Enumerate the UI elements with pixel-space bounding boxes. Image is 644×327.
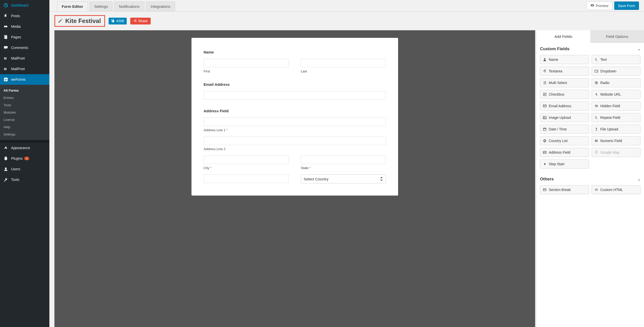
save-form-button[interactable]: Save Form: [614, 2, 639, 10]
others-title: Others: [540, 177, 554, 182]
field-name[interactable]: Name First Last: [204, 50, 386, 73]
zip-input[interactable]: [204, 174, 289, 183]
submenu-all-forms[interactable]: All Forms: [0, 87, 49, 94]
form-title-edit[interactable]: Kite Festival: [54, 15, 105, 27]
preview-button[interactable]: Preview: [587, 2, 612, 10]
first-sublabel: First: [204, 69, 289, 73]
svg-point-14: [544, 58, 545, 60]
others-fields-grid: Section Break Custom HTML: [536, 184, 644, 194]
dashboard-icon: [3, 3, 9, 8]
field-btn-country[interactable]: Country List: [540, 136, 589, 145]
field-btn-radio[interactable]: Radio: [592, 78, 641, 87]
field-btn-text[interactable]: TText: [592, 55, 641, 64]
field-btn-hidden[interactable]: Hidden Field: [592, 101, 641, 111]
dropdown-icon: [594, 69, 598, 73]
sidebar-label: weForms: [11, 77, 26, 81]
field-btn-address[interactable]: Address Field: [540, 148, 589, 157]
pin-icon: [3, 13, 9, 19]
submenu-tools[interactable]: Tools: [0, 101, 49, 109]
field-email[interactable]: Email Address: [204, 82, 386, 100]
share-label: Share: [138, 19, 148, 23]
form-title: Kite Festival: [65, 17, 101, 24]
sidebar-label: Media: [11, 24, 21, 29]
last-sublabel: Last: [301, 69, 386, 73]
field-btn-image[interactable]: Image Upload: [540, 113, 589, 122]
field-btn-dropdown[interactable]: Dropdown: [592, 67, 641, 76]
form-id: #206: [116, 19, 124, 23]
share-button[interactable]: Share: [130, 18, 151, 24]
field-btn-sectionbreak[interactable]: Section Break: [540, 185, 589, 194]
mailpoet-icon: M: [3, 66, 9, 72]
sidebar-item-dashboard[interactable]: Dashboard: [0, 0, 49, 11]
field-btn-googlemap[interactable]: Google Map: [592, 148, 641, 157]
sidebar-item-posts[interactable]: Posts: [0, 11, 49, 21]
step-icon: [543, 162, 547, 166]
svg-rect-20: [543, 105, 546, 107]
sidebar-item-mailpoet2[interactable]: M MailPoet: [0, 64, 49, 74]
map-pin-icon: [594, 150, 598, 154]
sidebar-item-weforms[interactable]: weForms: [0, 74, 49, 85]
field-btn-multiselect[interactable]: Multi Select: [540, 78, 589, 87]
form-titlebar: Kite Festival #206 Share: [49, 12, 644, 30]
submenu-modules[interactable]: Modules: [0, 109, 49, 116]
sidebar-item-media[interactable]: Media: [0, 21, 49, 32]
tab-settings[interactable]: Settings: [89, 2, 113, 11]
svg-text:T: T: [595, 58, 597, 61]
field-btn-email[interactable]: Email Address: [540, 101, 589, 111]
panel-tab-field-options[interactable]: Field Options: [590, 30, 644, 43]
sidebar-item-pages[interactable]: Pages: [0, 32, 49, 42]
field-btn-textarea[interactable]: Textarea: [540, 67, 589, 76]
field-btn-stepstart[interactable]: Step Start: [540, 159, 589, 169]
field-btn-fileupload[interactable]: File Upload: [592, 125, 641, 134]
svg-text:M: M: [4, 67, 7, 71]
sidebar-item-users[interactable]: Users: [0, 164, 49, 174]
submenu-license[interactable]: License: [0, 116, 49, 123]
first-name-input[interactable]: [204, 59, 289, 67]
sidebar-item-comments[interactable]: Comments: [0, 42, 49, 53]
sidebar-item-plugins[interactable]: Plugins 2: [0, 153, 49, 164]
field-btn-url[interactable]: Website URL: [592, 90, 641, 99]
tools-icon: [3, 177, 9, 182]
address1-input[interactable]: [204, 118, 386, 126]
comment-icon: [3, 45, 9, 50]
sidebar-item-mailpoet[interactable]: M MailPoet: [0, 53, 49, 64]
sidebar-item-tools[interactable]: Tools: [0, 174, 49, 185]
tab-notifications[interactable]: Notifications: [114, 2, 144, 11]
field-address[interactable]: Address Field Address Line 1 * Address L…: [204, 109, 386, 183]
field-btn-repeat[interactable]: TRepeat Field: [592, 113, 641, 122]
weforms-icon: [3, 77, 9, 82]
field-btn-checkbox[interactable]: Checkbox: [540, 90, 589, 99]
last-name-input[interactable]: [301, 59, 386, 67]
user-icon: [543, 58, 547, 62]
page-icon: [3, 34, 9, 40]
link-icon: [594, 92, 598, 96]
custom-fields-header[interactable]: Custom Fields ⌄: [536, 43, 644, 54]
sidebar-item-appearance[interactable]: Appearance: [0, 143, 49, 153]
submenu-entries[interactable]: Entries: [0, 94, 49, 101]
field-btn-numeric[interactable]: Numeric Field: [592, 136, 641, 145]
field-btn-date[interactable]: Date / Time: [540, 125, 589, 134]
address-label: Address Field: [204, 109, 386, 113]
city-input[interactable]: [204, 155, 289, 164]
list-icon: [543, 81, 547, 85]
users-icon: [3, 166, 9, 172]
globe-icon: [543, 139, 547, 143]
svg-rect-21: [543, 116, 546, 119]
field-btn-customhtml[interactable]: Custom HTML: [592, 185, 641, 194]
country-select[interactable]: Select Country: [301, 174, 386, 183]
hidden-icon: [594, 104, 598, 108]
svg-point-27: [544, 152, 545, 153]
paragraph-icon: [543, 69, 547, 73]
address-icon: [543, 150, 547, 154]
submenu-settings[interactable]: Settings: [0, 131, 49, 138]
submenu-help[interactable]: Help: [0, 123, 49, 131]
panel-tab-add-fields[interactable]: Add Fields: [536, 30, 590, 43]
email-input[interactable]: [204, 91, 386, 100]
tab-form-editor[interactable]: Form Editor: [57, 2, 88, 11]
form-id-badge[interactable]: #206: [109, 18, 126, 24]
field-btn-name[interactable]: Name: [540, 55, 589, 64]
tab-integrations[interactable]: Integrations: [146, 2, 175, 11]
address2-input[interactable]: [204, 137, 386, 145]
others-header[interactable]: Others ⌄: [536, 173, 644, 184]
state-input[interactable]: [301, 155, 386, 164]
